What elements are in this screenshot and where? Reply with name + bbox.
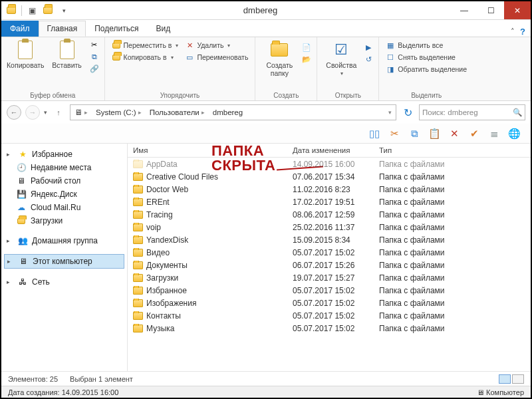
move-to-button[interactable]: Переместить в▾ xyxy=(110,40,180,51)
cut-icon[interactable]: ✂ xyxy=(387,126,402,141)
history-icon[interactable]: ↺ xyxy=(364,55,373,64)
col-name[interactable]: Имя xyxy=(128,144,287,157)
file-row[interactable]: Creative Cloud Files07.06.2017 15:34Папк… xyxy=(128,170,531,183)
folder-icon xyxy=(133,261,143,269)
crumb-2: dmbereg xyxy=(209,108,247,116)
group-open-label: Открыть xyxy=(323,92,373,99)
search-input[interactable]: Поиск: dmbereg 🔍 xyxy=(419,104,525,120)
chevron-down-icon[interactable]: ▾ xyxy=(58,5,70,17)
copy-icon[interactable]: ⧉ xyxy=(407,126,422,141)
nav-network[interactable]: ▸🖧Сеть xyxy=(4,275,124,289)
invert-select-button[interactable]: ◨Обратить выделение xyxy=(384,64,468,74)
file-type substituir: Папка с файлами xyxy=(374,223,531,232)
icons-view-icon[interactable] xyxy=(512,374,524,384)
copy-button[interactable]: Копировать xyxy=(7,40,45,69)
tab-view[interactable]: Вид xyxy=(147,21,179,37)
paste-shortcut-icon[interactable]: 🔗 xyxy=(90,64,99,73)
globe-icon[interactable]: 🌐 xyxy=(507,126,521,141)
file-row[interactable]: Документы06.07.2017 15:26Папка с файлами xyxy=(128,259,531,271)
copy-path-icon[interactable]: ⧉ xyxy=(90,52,99,61)
copy-to-button[interactable]: Копировать в▾ xyxy=(110,52,180,63)
nav-favorites[interactable]: ▸★Избранное xyxy=(4,148,124,161)
cut-icon[interactable]: ✂ xyxy=(90,40,99,49)
group-select-label: Выделить xyxy=(384,92,468,99)
details-view-icon[interactable] xyxy=(499,374,511,384)
file-date: 19.07.2017 15:27 xyxy=(287,273,374,283)
recent-dropdown-icon[interactable]: ▾ xyxy=(44,109,47,116)
rename-icon: ▭ xyxy=(185,53,194,62)
file-row[interactable]: Контакты05.07.2017 15:02Папка с файлами xyxy=(128,309,531,322)
nav-downloads[interactable]: Загрузки xyxy=(4,214,124,227)
file-type substituir: Папка с файлами xyxy=(374,172,531,182)
file-date: 05.07.2017 15:02 xyxy=(287,299,374,308)
file-row[interactable]: Музыка05.07.2017 15:02Папка с файлами xyxy=(128,322,531,334)
nav-cloudmail[interactable]: ☁Cloud Mail.Ru xyxy=(4,201,124,214)
file-row[interactable]: AppData14.09.2015 16:00Папка с файлами xyxy=(128,158,531,170)
new-item-icon[interactable]: 📄 xyxy=(302,43,311,52)
homegroup-icon: 👥 xyxy=(17,235,28,246)
search-placeholder: Поиск: dmbereg xyxy=(422,108,510,116)
minimize-button[interactable]: — xyxy=(451,1,477,19)
file-row[interactable]: Видео05.07.2017 15:02Папка с файлами xyxy=(128,246,531,259)
col-date[interactable]: Дата изменения xyxy=(287,144,374,157)
nav-recent[interactable]: 🕘Недавние места xyxy=(4,161,124,174)
item-count: Элементов: 25 xyxy=(8,375,58,383)
paste-icon[interactable]: 📋 xyxy=(427,126,442,141)
title-bar: ▣ ▾ dmbereg — ☐ ✕ xyxy=(1,1,531,20)
nav-desktop[interactable]: 🖥Рабочий стол xyxy=(4,174,124,188)
quick-access-toolbar: ▣ ▾ xyxy=(1,5,70,17)
file-name: Creative Cloud Files xyxy=(146,172,218,182)
help-icon[interactable]: ? xyxy=(520,27,525,37)
properties-button[interactable]: ☑ Свойства▾ xyxy=(323,40,360,76)
file-row[interactable]: EREnt17.02.2017 19:51Папка с файлами xyxy=(128,196,531,208)
forward-button[interactable]: → xyxy=(25,105,40,120)
col-type[interactable]: Тип xyxy=(374,144,531,157)
separator-icon xyxy=(21,5,22,16)
file-row[interactable]: YandexDisk15.09.2015 8:34Папка с файлами xyxy=(128,233,531,246)
column-headers[interactable]: Имя Дата изменения Тип xyxy=(128,144,531,158)
paste-button[interactable]: Вставить xyxy=(49,40,86,69)
columns-icon[interactable]: ≣ xyxy=(487,126,501,141)
address-bar-row: ← → ▾ ↑ 🖥▸ System (C:)▸ Пользователи▸ dm… xyxy=(1,101,531,124)
delete-button[interactable]: ✕Удалить▾ xyxy=(184,40,249,51)
close-button[interactable]: ✕ xyxy=(504,1,531,19)
select-none-button[interactable]: ☐Снять выделение xyxy=(384,52,468,63)
open-icon[interactable]: ▶ xyxy=(364,43,373,52)
file-name: Документы xyxy=(146,261,188,270)
back-button[interactable]: ← xyxy=(7,105,21,120)
easy-access-icon[interactable]: 📂 xyxy=(302,55,311,64)
downloads-icon xyxy=(16,215,27,226)
refresh-button[interactable]: ↻ xyxy=(400,105,415,120)
breadcrumb[interactable]: 🖥▸ System (C:)▸ Пользователи▸ dmbereg ▾ xyxy=(70,104,396,120)
nav-this-pc[interactable]: ▸🖥Этот компьютер xyxy=(4,254,124,269)
collapse-ribbon-icon[interactable]: ˄ xyxy=(511,27,515,36)
file-row[interactable]: Изображения05.07.2017 15:02Папка с файла… xyxy=(128,297,531,309)
apply-icon[interactable]: ✔ xyxy=(467,126,481,141)
tab-file[interactable]: Файл xyxy=(1,21,39,37)
tab-share[interactable]: Поделиться xyxy=(86,21,147,37)
panes-icon[interactable]: ▯▯ xyxy=(367,126,382,141)
delete-icon[interactable]: ✕ xyxy=(447,126,462,141)
delete-icon: ✕ xyxy=(185,41,194,50)
new-folder-button[interactable]: Создать папку xyxy=(261,40,298,77)
file-list: ПАПКА СКРЫТА Имя Дата изменения Тип AppD… xyxy=(128,144,531,371)
properties-icon[interactable]: ▣ xyxy=(26,5,38,17)
pc-icon[interactable]: 🖥▸ xyxy=(70,108,92,116)
up-button[interactable]: ↑ xyxy=(51,105,66,120)
rename-button[interactable]: ▭Переименовать xyxy=(184,52,249,63)
crumb-1: Пользователи▸ xyxy=(146,108,209,116)
file-row[interactable]: Загрузки19.07.2017 15:27Папка с файлами xyxy=(128,271,531,284)
maximize-button[interactable]: ☐ xyxy=(477,1,504,19)
nav-yadisk[interactable]: 💾Яндекс.Диск xyxy=(4,188,124,201)
file-row[interactable]: Tracing08.06.2017 12:59Папка с файлами xyxy=(128,208,531,221)
select-all-button[interactable]: ▦Выделить все xyxy=(384,40,468,51)
file-row[interactable]: Избранное05.07.2017 15:02Папка с файлами xyxy=(128,284,531,297)
view-toggle[interactable] xyxy=(499,374,524,384)
file-type substituir: Папка с файлами xyxy=(374,248,531,257)
file-date: 08.06.2017 12:59 xyxy=(287,210,374,219)
new-folder-icon[interactable] xyxy=(42,5,54,17)
file-row[interactable]: voip25.02.2016 11:37Папка с файлами xyxy=(128,221,531,233)
nav-homegroup[interactable]: ▸👥Домашняя группа xyxy=(4,234,124,247)
tab-home[interactable]: Главная xyxy=(39,21,86,37)
file-row[interactable]: Doctor Web11.02.2016 8:23Папка с файлами xyxy=(128,183,531,196)
